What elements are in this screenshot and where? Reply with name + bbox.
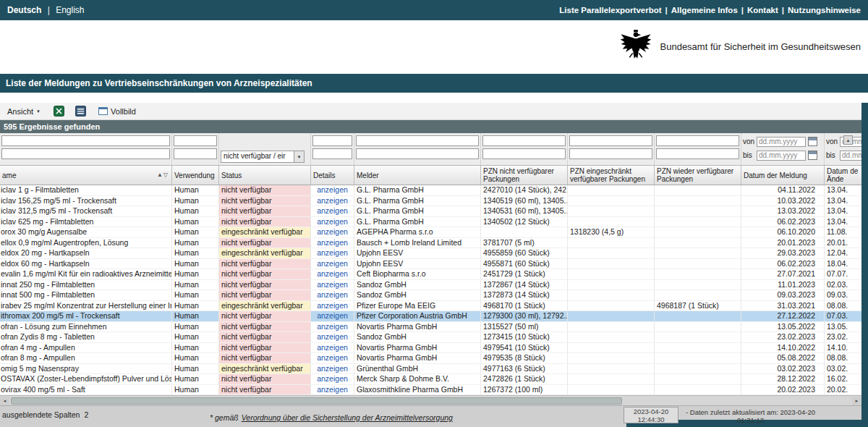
column-header-pzn-eingeschraenkt[interactable]: PZN eingeschränkt verfügbarer Packungen xyxy=(568,165,655,185)
filter-pzn-eingeschraenkt-input-1[interactable] xyxy=(569,135,652,146)
filter-meldung-bis-input[interactable] xyxy=(757,151,806,161)
cell-pzn-nicht: 1340502 (12 Stück) xyxy=(481,217,568,227)
anzeigen-link[interactable]: anzeigen xyxy=(317,322,348,331)
calendar-icon[interactable] xyxy=(808,137,817,146)
filter-melder-input-1[interactable] xyxy=(356,135,479,146)
anzeigen-link[interactable]: anzeigen xyxy=(317,301,348,310)
filter-pzn-nicht-input-2[interactable] xyxy=(482,148,566,159)
anzeigen-link[interactable]: anzeigen xyxy=(317,364,348,373)
column-header-status[interactable]: Status xyxy=(219,165,311,185)
horizontal-scrollbar-thumb[interactable] xyxy=(11,397,622,405)
anzeigen-link[interactable]: anzeigen xyxy=(317,374,348,383)
status-filter-select[interactable]: nicht verfügbar / eir ▼ xyxy=(221,151,305,163)
table-row[interactable]: iclav 625 mg - FilmtablettenHumannicht v… xyxy=(0,217,861,228)
cell-details: anzeigen xyxy=(311,364,354,374)
column-header-datum-meldung[interactable]: Datum der Meldung xyxy=(741,165,825,185)
top-link-nutzungshinweise[interactable]: Nutzungshinweise xyxy=(788,6,861,14)
anzeigen-link[interactable]: anzeigen xyxy=(317,238,348,247)
scroll-right-button[interactable]: ► xyxy=(852,397,861,405)
table-row[interactable]: iclav 1 g - FilmtablettenHumannicht verf… xyxy=(0,185,861,196)
language-link-deutsch[interactable]: Deutsch xyxy=(7,5,41,15)
table-row[interactable]: eldox 60 mg - HartkapselnHumannicht verf… xyxy=(0,259,861,270)
filter-name-input-1[interactable] xyxy=(1,135,170,146)
filter-cell-pzn-eingeschraenkt xyxy=(568,133,655,165)
column-header-verwendung[interactable]: Verwendung xyxy=(172,165,219,185)
anzeigen-link[interactable]: anzeigen xyxy=(317,196,348,205)
export-view-icon[interactable] xyxy=(74,105,87,118)
anzeigen-link[interactable]: anzeigen xyxy=(317,353,348,362)
filter-meldung-von-input[interactable] xyxy=(757,137,806,147)
table-header-row: ame ▲ ▽ Verwendung Status Details Melder… xyxy=(0,165,861,185)
excel-export-icon[interactable] xyxy=(52,105,65,118)
column-header-pzn-nicht[interactable]: PZN nicht verfügbarer Packungen xyxy=(481,165,568,185)
table-row[interactable]: iclav 312,5 mg/5 ml - TrockensaftHumanni… xyxy=(0,206,861,217)
filter-details-input-1[interactable] xyxy=(312,135,352,146)
filter-verwendung-input-2[interactable] xyxy=(174,148,217,159)
cell-melder: Bausch + Lomb Ireland Limited xyxy=(354,238,481,248)
top-link-allgemeine-infos[interactable]: Allgemeine Infos xyxy=(671,6,738,14)
top-link-parallelexportverbot[interactable]: Liste Parallelexportverbot xyxy=(559,6,661,14)
anzeigen-link[interactable]: anzeigen xyxy=(317,343,348,352)
table-row[interactable]: innat 250 mg - FilmtablettenHumannicht v… xyxy=(0,280,861,291)
table-row[interactable]: ithromax 200 mg/5 ml - TrockensaftHumann… xyxy=(0,311,861,322)
cell-details: anzeigen xyxy=(311,217,354,227)
table-row[interactable]: evalin 1,6 mg/ml Kit für ein radioaktive… xyxy=(0,269,861,280)
column-header-melder[interactable]: Melder xyxy=(354,165,481,185)
table-row[interactable]: ellox 0,9 mg/ml Augentropfen, LösungHuma… xyxy=(0,238,861,249)
column-header-name[interactable]: ame ▲ ▽ xyxy=(0,165,172,185)
filter-pzn-nicht-input-1[interactable] xyxy=(482,135,566,146)
filter-pzn-wieder-input-1[interactable] xyxy=(656,135,739,146)
table-row[interactable]: ofran 4 mg - AmpullenHumannicht verfügba… xyxy=(0,343,861,354)
anzeigen-link[interactable]: anzeigen xyxy=(317,248,348,257)
table-row[interactable]: orox 30 mg/g AugensalbeHumaneingeschränk… xyxy=(0,227,861,238)
anzeigen-link[interactable]: anzeigen xyxy=(317,185,348,194)
scroll-left-button[interactable]: ◄ xyxy=(0,397,9,405)
filter-details-input-2[interactable] xyxy=(312,148,352,159)
filter-pzn-eingeschraenkt-input-2[interactable] xyxy=(569,148,652,159)
table-row[interactable]: omig 5 mg NasensprayHumaneingeschränkt v… xyxy=(0,364,861,375)
anzeigen-link[interactable]: anzeigen xyxy=(317,259,348,268)
filter-name-input-2[interactable] xyxy=(1,148,170,159)
vollbild-button[interactable]: Vollbild xyxy=(95,106,139,117)
table-row[interactable]: ofran 8 mg - AmpullenHumannicht verfügba… xyxy=(0,353,861,364)
cell-status: nicht verfügbar xyxy=(219,290,311,300)
table-row[interactable]: eldox 20 mg - HartkapselnHumaneingeschrä… xyxy=(0,248,861,259)
anzeigen-link[interactable]: anzeigen xyxy=(317,385,348,394)
anzeigen-link[interactable]: anzeigen xyxy=(317,280,348,289)
anzeigen-link[interactable]: anzeigen xyxy=(317,311,348,320)
cell-verwendung: Human xyxy=(172,259,219,269)
table-row[interactable]: irabev 25 mg/ml Konzentrat zur Herstellu… xyxy=(0,301,861,312)
table-row[interactable]: ofran Zydis 8 mg - TablettenHumannicht v… xyxy=(0,332,861,343)
scroll-up-button[interactable]: ▲ xyxy=(843,135,853,145)
cell-status: eingeschränkt verfügbar xyxy=(219,227,311,237)
cell-pzn-nicht: 4955859 (60 Stück) xyxy=(481,248,568,258)
language-link-english[interactable]: English xyxy=(56,5,84,15)
ansicht-menu-button[interactable]: Ansicht ▼ xyxy=(4,106,43,117)
top-nav-links: Liste Parallelexportverbot|Allgemeine In… xyxy=(559,6,861,14)
table-row[interactable]: innat 500 mg - FilmtablettenHumannicht v… xyxy=(0,290,861,301)
table-row[interactable]: iclav 156,25 mg/5 ml - TrockensaftHumann… xyxy=(0,196,861,207)
anzeigen-link[interactable]: anzeigen xyxy=(317,206,348,215)
cell-datum-meldung: 14.10.2022 xyxy=(741,343,825,353)
filter-aenderung-bis-input[interactable] xyxy=(840,151,861,161)
column-header-details[interactable]: Details xyxy=(311,165,354,185)
column-header-pzn-wieder[interactable]: PZN wieder verfügbarer Packungen xyxy=(655,165,741,185)
anzeigen-link[interactable]: anzeigen xyxy=(317,217,348,226)
table-row[interactable]: OSTAVAX (Zoster-Lebendimpfstoff) Pulver … xyxy=(0,374,861,385)
filter-verwendung-input-1[interactable] xyxy=(174,135,217,146)
separator: | xyxy=(665,6,668,14)
cell-melder: Pfizer Corporation Austria GmbH xyxy=(354,311,481,321)
table-row[interactable]: ovirax 400 mg/5 ml - SaftHumannicht verf… xyxy=(0,385,861,396)
anzeigen-link[interactable]: anzeigen xyxy=(317,290,348,299)
horizontal-scrollbar[interactable]: ◄ ► xyxy=(0,395,861,405)
column-header-datum-aenderung[interactable]: Datum de Ände xyxy=(825,165,861,185)
anzeigen-link[interactable]: anzeigen xyxy=(317,269,348,278)
filter-melder-input-2[interactable] xyxy=(356,148,479,159)
filter-pzn-wieder-input-2[interactable] xyxy=(656,148,739,159)
calendar-icon[interactable] xyxy=(808,151,817,160)
anzeigen-link[interactable]: anzeigen xyxy=(317,332,348,341)
anzeigen-link[interactable]: anzeigen xyxy=(317,227,348,236)
table-row[interactable]: ofran - Lösung zum EinnehmenHumannicht v… xyxy=(0,322,861,333)
verordnung-link[interactable]: Verordnung über die Sicherstellung der A… xyxy=(242,413,453,422)
top-link-kontakt[interactable]: Kontakt xyxy=(747,6,778,14)
